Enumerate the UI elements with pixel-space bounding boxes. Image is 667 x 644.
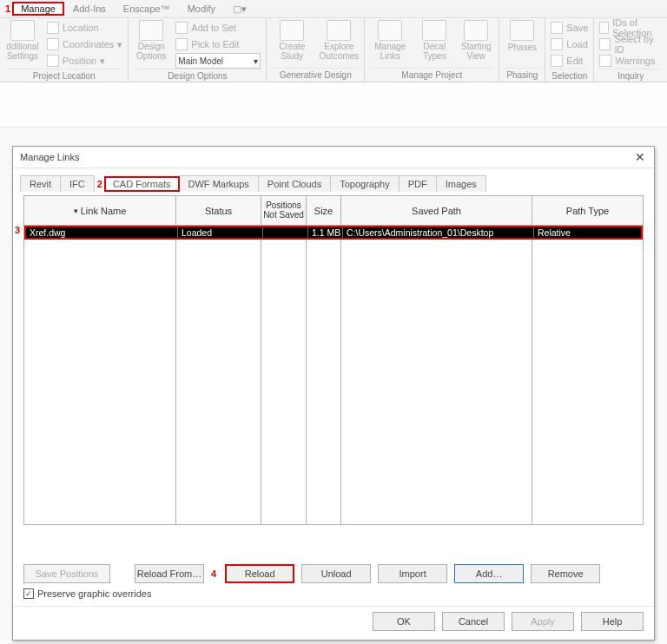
preserve-checkbox[interactable]: ✓ bbox=[23, 588, 34, 599]
main-model-dropdown[interactable]: Main Model▾ bbox=[175, 53, 261, 69]
group-selection: Save Load Edit Selection bbox=[545, 18, 594, 82]
group-phasing: Phases Phasing bbox=[499, 18, 545, 82]
help-button[interactable]: Help bbox=[581, 612, 644, 631]
select-by-id-button[interactable]: Select by ID bbox=[599, 36, 662, 52]
manage-links-button[interactable]: Manage Links bbox=[370, 20, 410, 61]
preserve-label: Preserve graphic overrides bbox=[37, 588, 151, 599]
save-selection-button[interactable]: Save bbox=[551, 20, 588, 36]
menu-tab-enscape[interactable]: Enscape™ bbox=[115, 2, 179, 16]
import-button[interactable]: Import bbox=[378, 564, 447, 583]
coordinates-icon bbox=[47, 38, 59, 50]
menu-tab-addins[interactable]: Add-Ins bbox=[64, 2, 115, 16]
menu-tabs: 1 Manage Add-Ins Enscape™ Modify ▢▾ bbox=[0, 0, 667, 17]
design-options-icon bbox=[139, 20, 163, 41]
menu-tab-modify[interactable]: Modify bbox=[179, 2, 224, 16]
edit-icon bbox=[551, 55, 563, 67]
group-generative-design: Create Study Explore Outcomes Generative… bbox=[267, 18, 365, 82]
grid-header: ▾ Link Name Status Positions Not Saved S… bbox=[24, 196, 643, 226]
close-button[interactable]: ✕ bbox=[633, 150, 647, 164]
explore-outcomes-button[interactable]: Explore Outcomes bbox=[319, 20, 359, 61]
phases-icon bbox=[510, 20, 534, 41]
group-label: Design Options bbox=[134, 69, 261, 82]
position-button[interactable]: Position ▾ bbox=[47, 53, 122, 69]
position-icon bbox=[47, 55, 59, 67]
group-label: Selection bbox=[551, 69, 588, 82]
group-inquiry: IDs of Selection Select by ID Warnings I… bbox=[594, 18, 667, 82]
add-button[interactable]: Add… bbox=[454, 564, 524, 583]
reload-button[interactable]: Reload bbox=[225, 564, 294, 583]
grid-row-selected[interactable]: Xref.dwg Loaded 1.1 MB C:\Users\Administ… bbox=[24, 226, 643, 240]
group-label: Generative Design bbox=[272, 68, 359, 82]
additional-settings-button[interactable]: dditional Settings bbox=[5, 20, 40, 61]
tab-images[interactable]: Images bbox=[436, 175, 486, 192]
canvas-area bbox=[0, 82, 667, 128]
tab-topography[interactable]: Topography bbox=[330, 175, 400, 192]
pick-to-edit-button[interactable]: Pick to Edit bbox=[175, 36, 261, 52]
tab-pdf[interactable]: PDF bbox=[399, 175, 437, 192]
decal-types-button[interactable]: Decal Types bbox=[417, 20, 452, 61]
outcomes-icon bbox=[327, 20, 351, 41]
reload-from-button[interactable]: Reload From… bbox=[135, 564, 204, 583]
tab-point-clouds[interactable]: Point Clouds bbox=[258, 175, 331, 192]
group-manage-project: Manage Links Decal Types Starting View M… bbox=[365, 18, 499, 82]
remove-button[interactable]: Remove bbox=[531, 564, 600, 583]
group-label: Manage Project bbox=[370, 68, 493, 82]
label: dditional Settings bbox=[6, 43, 38, 61]
dialog-titlebar: Manage Links ✕ bbox=[13, 147, 654, 168]
dialog-footer: OK Cancel Apply Help bbox=[13, 606, 654, 640]
create-study-button[interactable]: Create Study bbox=[272, 20, 312, 61]
phases-button[interactable]: Phases bbox=[505, 20, 539, 52]
cancel-button[interactable]: Cancel bbox=[442, 612, 505, 631]
ribbon: 1 Manage Add-Ins Enscape™ Modify ▢▾ ddit… bbox=[0, 0, 667, 82]
cell-size: 1.1 MB bbox=[308, 227, 343, 238]
save-icon bbox=[551, 22, 563, 34]
cell-link-name: Xref.dwg bbox=[26, 227, 178, 238]
links-grid: ▾ Link Name Status Positions Not Saved S… bbox=[23, 195, 644, 525]
group-label: Phasing bbox=[505, 68, 539, 82]
menu-tab-extra[interactable]: ▢▾ bbox=[224, 2, 255, 16]
unload-button[interactable]: Unload bbox=[301, 564, 371, 583]
warnings-button[interactable]: Warnings bbox=[599, 53, 662, 69]
apply-button[interactable]: Apply bbox=[512, 612, 574, 631]
menu-tab-manage[interactable]: Manage bbox=[12, 2, 64, 16]
add-to-set-button[interactable]: Add to Set bbox=[175, 20, 261, 36]
cell-status: Loaded bbox=[178, 227, 263, 238]
dialog-title: Manage Links bbox=[20, 152, 80, 162]
tab-dwf-markups[interactable]: DWF Markups bbox=[179, 175, 259, 192]
coordinates-button[interactable]: Coordinates ▾ bbox=[47, 36, 122, 52]
globe-icon bbox=[47, 22, 59, 34]
tab-revit[interactable]: Revit bbox=[20, 175, 61, 192]
chevron-down-icon: ▾ bbox=[254, 56, 258, 66]
location-button[interactable]: Location bbox=[47, 20, 122, 36]
annotation-1: 1 bbox=[5, 3, 10, 14]
design-options-button[interactable]: Design Options bbox=[134, 20, 168, 61]
load-icon bbox=[551, 38, 563, 50]
group-label: Inquiry bbox=[599, 69, 662, 82]
col-saved-path[interactable]: Saved Path bbox=[341, 196, 532, 225]
preserve-checkbox-row: ✓ Preserve graphic overrides bbox=[13, 587, 654, 606]
decal-icon bbox=[422, 20, 446, 41]
wrench-icon bbox=[10, 20, 35, 41]
col-status[interactable]: Status bbox=[176, 196, 261, 225]
annotation-3: 3 bbox=[15, 225, 20, 235]
add-icon bbox=[175, 22, 188, 34]
col-link-name[interactable]: ▾ Link Name bbox=[24, 196, 176, 225]
warning-icon bbox=[599, 55, 611, 67]
edit-selection-button[interactable]: Edit bbox=[551, 53, 588, 69]
starting-view-button[interactable]: Starting View bbox=[459, 20, 493, 61]
col-positions[interactable]: Positions Not Saved bbox=[261, 196, 307, 225]
col-path-type[interactable]: Path Type bbox=[532, 196, 643, 225]
tab-ifc[interactable]: IFC bbox=[60, 175, 95, 192]
annotation-2: 2 bbox=[97, 179, 102, 189]
ok-button[interactable]: OK bbox=[373, 612, 435, 631]
tab-cad-formats[interactable]: CAD Formats bbox=[104, 176, 180, 192]
pick-icon bbox=[175, 38, 188, 50]
links-icon bbox=[378, 20, 402, 41]
load-selection-button[interactable]: Load bbox=[551, 36, 588, 52]
study-icon bbox=[280, 20, 304, 41]
manage-links-dialog: Manage Links ✕ Revit IFC 2 CAD Formats D… bbox=[12, 146, 655, 641]
select-icon bbox=[599, 38, 611, 50]
cell-path-type: Relative bbox=[534, 227, 641, 238]
save-positions-button[interactable]: Save Positions bbox=[23, 564, 110, 583]
col-size[interactable]: Size bbox=[307, 196, 341, 225]
